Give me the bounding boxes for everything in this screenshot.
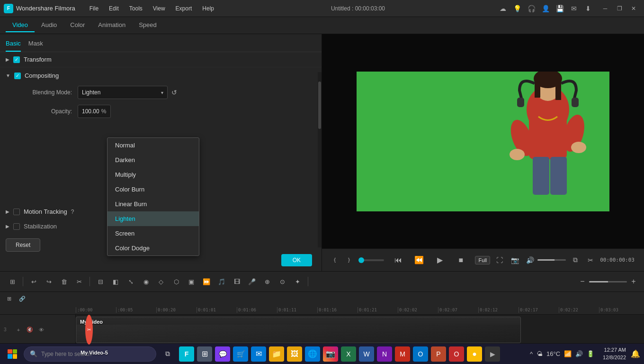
mail-icon[interactable]: ✉ <box>568 3 580 14</box>
blend-option-color-burn[interactable]: Color Burn <box>107 182 199 197</box>
redo-button[interactable]: ↪ <box>42 275 55 288</box>
download-icon[interactable]: ⬇ <box>582 3 594 14</box>
opacity-input[interactable]: 100.00 % <box>78 105 111 118</box>
taskbar-app-explorer[interactable]: 📁 <box>269 346 284 362</box>
delete-button[interactable]: 🗑 <box>57 275 71 288</box>
blend-option-multiply[interactable]: Multiply <box>107 167 199 182</box>
track-3-solo-icon[interactable]: 👁 <box>37 326 45 334</box>
volume-icon[interactable]: 🔊 <box>524 255 536 266</box>
transform-checkbox[interactable]: ✓ <box>13 56 20 63</box>
transform-section-header[interactable]: ▶ ✓ Transform <box>6 56 316 63</box>
stabilization-checkbox[interactable] <box>13 223 20 230</box>
taskbar-app-excel[interactable]: X <box>341 346 356 362</box>
ok-button[interactable]: OK <box>281 254 312 266</box>
blend-option-darken[interactable]: Darken <box>107 153 199 167</box>
zoom-in-button[interactable]: + <box>629 277 638 286</box>
taskbar-app-widgets[interactable]: ⊞ <box>197 346 212 362</box>
close-button[interactable]: ✕ <box>627 2 640 15</box>
audio-icon[interactable]: 🎵 <box>215 275 228 288</box>
minimize-button[interactable]: ─ <box>599 2 612 15</box>
clock[interactable]: 12:27 AM 12/8/2022 <box>601 346 628 361</box>
blend-option-normal[interactable]: Normal <box>107 138 199 153</box>
cut-button[interactable]: ✂ <box>72 275 86 288</box>
taskbar-app-photos[interactable]: 🖼 <box>287 346 302 362</box>
track-3-mute-icon[interactable]: 🔇 <box>26 326 34 334</box>
zoom-out-button[interactable]: − <box>578 277 587 286</box>
blend-option-linear-burn[interactable]: Linear Burn <box>107 197 199 211</box>
detect-icon[interactable]: ⊙ <box>276 275 289 288</box>
tab-animation[interactable]: Animation <box>91 18 132 32</box>
keyframe-icon[interactable]: ◇ <box>154 275 168 288</box>
sub-tab-basic[interactable]: Basic <box>6 38 21 52</box>
battery-icon[interactable]: 🔋 <box>587 350 594 357</box>
sub-tab-mask[interactable]: Mask <box>28 38 43 52</box>
taskbar-app-extra[interactable]: ▶ <box>485 346 500 362</box>
restore-button[interactable]: ❐ <box>613 2 626 15</box>
notification-icon[interactable]: 🔔 <box>631 349 640 358</box>
taskbar-app-powerpoint[interactable]: P <box>431 346 446 362</box>
taskbar-app-filmora[interactable]: F <box>179 346 194 362</box>
reset-button[interactable]: Reset <box>6 238 40 252</box>
transition-icon[interactable]: ◧ <box>109 275 122 288</box>
bulb-icon[interactable]: 💡 <box>511 3 523 14</box>
blending-mode-dropdown[interactable]: Lighten ▾ <box>78 86 168 99</box>
snapshot-icon[interactable]: 📷 <box>509 255 520 266</box>
blend-option-lighten[interactable]: Lighten <box>107 211 199 226</box>
tab-speed[interactable]: Speed <box>132 18 163 32</box>
menu-tools[interactable]: Tools <box>125 3 147 14</box>
zoom-slider[interactable] <box>589 281 627 282</box>
headphone-icon[interactable]: 🎧 <box>526 3 537 14</box>
start-button[interactable] <box>4 346 21 363</box>
link-button[interactable]: 🔗 <box>17 293 27 304</box>
network-icon[interactable]: 📶 <box>564 350 572 357</box>
skip-back-button[interactable]: ⏮ <box>392 254 405 267</box>
tab-audio[interactable]: Audio <box>35 18 63 32</box>
menu-export[interactable]: Export <box>171 3 197 14</box>
panel-scrollbar[interactable] <box>318 72 322 247</box>
taskbar-app-store[interactable]: 🛒 <box>233 346 248 362</box>
step-back-button[interactable]: ⏪ <box>412 254 426 267</box>
compositing-header[interactable]: ▼ ✓ Compositing <box>6 72 316 79</box>
cut-marker[interactable]: ✂ <box>85 315 93 345</box>
stop-button[interactable]: ■ <box>454 254 467 267</box>
taskbar-app-mail[interactable]: ✉ <box>251 346 266 362</box>
undo-button[interactable]: ↩ <box>27 275 40 288</box>
time-marker-end[interactable]: } <box>348 257 350 263</box>
motion-tracking-checkbox[interactable] <box>13 209 20 215</box>
time-marker-start[interactable]: { <box>333 257 336 263</box>
tab-color[interactable]: Color <box>63 18 91 32</box>
taskview-button[interactable]: ⧉ <box>159 346 176 363</box>
taskbar-app-outlook[interactable]: O <box>413 346 428 362</box>
voice-icon[interactable]: 🎤 <box>245 275 259 288</box>
add-track-button[interactable]: ⊞ <box>4 293 14 304</box>
crop-icon[interactable]: ✂ <box>585 255 596 266</box>
avatar-icon[interactable]: 👤 <box>540 3 551 14</box>
cloud-icon[interactable]: ☁ <box>497 3 509 14</box>
zoom-fit-icon[interactable]: ⤡ <box>124 275 137 288</box>
taskbar-app-opera[interactable]: O <box>449 346 464 362</box>
crop-tool-icon[interactable]: ▣ <box>185 275 198 288</box>
volume-slider[interactable] <box>537 259 566 261</box>
fullscreen-icon[interactable]: ⛶ <box>494 255 505 266</box>
progress-bar-thumb[interactable] <box>358 257 364 263</box>
progress-bar[interactable] <box>360 259 384 261</box>
taskbar-app-word[interactable]: W <box>359 346 374 362</box>
effects-icon[interactable]: ⬡ <box>170 275 183 288</box>
stabilize-icon[interactable]: ⊕ <box>260 275 274 288</box>
taskbar-app-media[interactable]: M <box>395 346 410 362</box>
blend-option-screen[interactable]: Screen <box>107 226 199 241</box>
tab-video[interactable]: Video <box>6 18 35 32</box>
blending-reset-icon[interactable]: ↺ <box>171 89 177 96</box>
track-3-add-icon[interactable]: + <box>14 326 23 334</box>
split-icon[interactable]: ⊟ <box>94 275 107 288</box>
play-button[interactable]: ▶ <box>433 254 447 267</box>
weather-icon[interactable]: 🌤 <box>537 350 543 357</box>
menu-view[interactable]: View <box>148 3 170 14</box>
motion-tracking-help-icon[interactable]: ? <box>71 209 74 215</box>
scenes-icon[interactable]: ⊞ <box>6 275 19 288</box>
menu-help[interactable]: Help <box>197 3 219 14</box>
taskbar-app-chrome[interactable]: ● <box>467 346 482 362</box>
track-3-clip[interactable]: My Video <box>76 317 521 343</box>
video-icon[interactable]: 🎞 <box>230 275 243 288</box>
ai-icon[interactable]: ✦ <box>291 275 304 288</box>
